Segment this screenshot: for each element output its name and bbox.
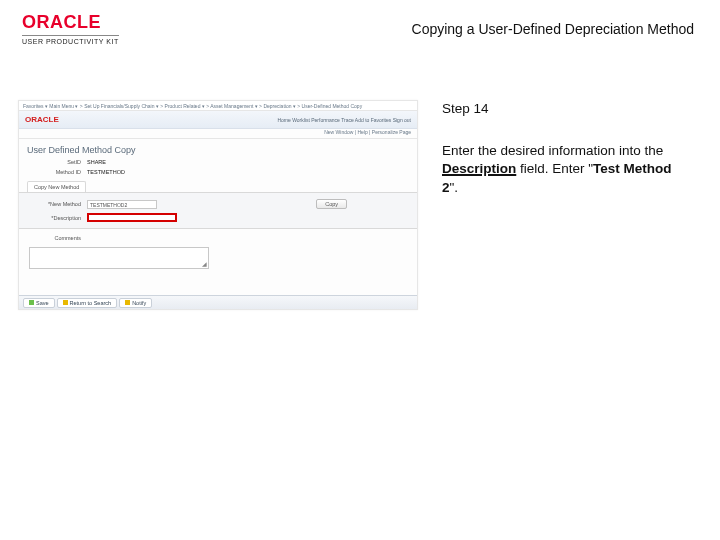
comments-label: Comments <box>31 235 81 241</box>
instr-part1: Enter the desired information into the <box>442 143 663 158</box>
description-row: *Description <box>19 211 417 224</box>
page-heading: User Defined Method Copy <box>19 139 417 157</box>
resize-grip-icon: ◢ <box>202 262 207 267</box>
app-screenshot: Favorites ▾ Main Menu ▾ > Set Up Financi… <box>18 100 418 310</box>
instr-field-name: Description <box>442 161 516 176</box>
copy-button[interactable]: Copy <box>316 199 347 209</box>
app-logo: ORACLE <box>25 115 59 124</box>
content-row: Favorites ▾ Main Menu ▾ > Set Up Financi… <box>18 100 678 310</box>
newmethod-row: *New Method TESTMETHOD2 Copy <box>19 197 417 211</box>
comments-row: Comments <box>19 229 417 243</box>
save-icon <box>29 300 34 305</box>
instruction-panel: Step 14 Enter the desired information in… <box>418 100 678 197</box>
return-to-search-button[interactable]: Return to Search <box>57 298 118 308</box>
methodid-label: Method ID <box>31 169 81 175</box>
global-links: Home Worklist Performance Trace Add to F… <box>277 117 411 123</box>
methodid-row: Method ID TESTMETHOD <box>19 167 417 177</box>
save-label: Save <box>36 300 49 306</box>
notify-button[interactable]: Notify <box>119 298 152 308</box>
setid-row: SetID SHARE <box>19 157 417 167</box>
save-button[interactable]: Save <box>23 298 55 308</box>
notify-icon <box>125 300 130 305</box>
instr-part2: field. Enter " <box>516 161 593 176</box>
description-input[interactable] <box>87 213 177 222</box>
newmethod-input[interactable]: TESTMETHOD2 <box>87 200 157 209</box>
oracle-wordmark: ORACLE <box>22 12 101 33</box>
setid-label: SetID <box>31 159 81 165</box>
copy-panel: *New Method TESTMETHOD2 Copy *Descriptio… <box>19 192 417 229</box>
instruction-text: Enter the desired information into the D… <box>442 142 678 197</box>
step-number: Step 14 <box>442 100 678 118</box>
methodid-value: TESTMETHOD <box>87 169 125 175</box>
footer-toolbar: Save Return to Search Notify <box>19 295 417 309</box>
upk-subtitle: USER PRODUCTIVITY KIT <box>22 35 119 45</box>
page-toolbar-links: New Window | Help | Personalize Page <box>19 129 417 139</box>
newmethod-label: *New Method <box>31 201 81 207</box>
search-icon <box>63 300 68 305</box>
page-title: Copying a User-Defined Depreciation Meth… <box>412 21 694 37</box>
comments-textarea[interactable]: ◢ <box>29 247 209 269</box>
breadcrumb: Favorites ▾ Main Menu ▾ > Set Up Financi… <box>23 103 362 109</box>
return-label: Return to Search <box>70 300 112 306</box>
doc-header: ORACLE USER PRODUCTIVITY KIT Copying a U… <box>0 12 720 45</box>
oracle-upk-logo: ORACLE USER PRODUCTIVITY KIT <box>22 12 119 45</box>
description-label: *Description <box>31 215 81 221</box>
brand-row: ORACLE Home Worklist Performance Trace A… <box>19 111 417 129</box>
setid-value: SHARE <box>87 159 106 165</box>
tab-copy-new-method[interactable]: Copy New Method <box>27 181 86 192</box>
instr-part3: ". <box>450 180 459 195</box>
notify-label: Notify <box>132 300 146 306</box>
breadcrumb-bar: Favorites ▾ Main Menu ▾ > Set Up Financi… <box>19 101 417 111</box>
